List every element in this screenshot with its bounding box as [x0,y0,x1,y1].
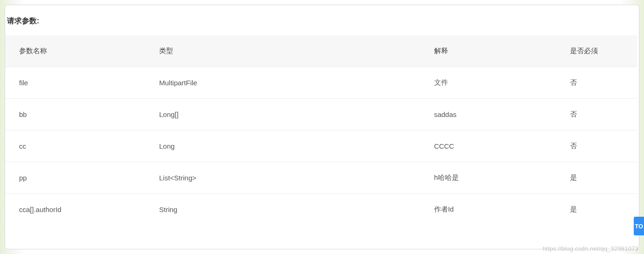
params-table-scroll[interactable]: 参数名称 类型 解释 是否必须 file MultipartFile 文件 否 … [5,35,637,245]
param-type: Long[] [151,99,426,130]
param-type: String [151,194,426,226]
col-header-type: 类型 [151,35,426,67]
param-desc: saddas [426,99,562,130]
param-type: Long [151,130,426,162]
side-badge-button[interactable]: TO [634,217,644,235]
col-header-required: 是否必须 [562,35,637,67]
side-badge-label: TO [635,223,643,230]
section-title: 请求参数: [5,16,639,35]
param-required: 否 [562,99,637,130]
table-row: file MultipartFile 文件 否 [5,67,637,99]
param-required: 是 [562,162,637,194]
param-desc: CCCC [426,130,562,162]
param-name: pp [5,162,151,194]
param-required: 否 [562,130,637,162]
table-header-row: 参数名称 类型 解释 是否必须 [5,35,637,67]
param-required: 是 [562,194,637,226]
col-header-desc: 解释 [426,35,562,67]
table-row: cca[].authorId String 作者Id 是 [5,194,637,226]
table-row: bb Long[] saddas 否 [5,99,637,130]
param-type: MultipartFile [151,67,426,99]
param-type: List<String> [151,162,426,194]
param-name: bb [5,99,151,130]
param-desc: 文件 [426,67,562,99]
param-name: file [5,67,151,99]
params-table: 参数名称 类型 解释 是否必须 file MultipartFile 文件 否 … [5,35,637,225]
param-required: 否 [562,67,637,99]
param-name: cca[].authorId [5,194,151,226]
param-desc: h哈哈是 [426,162,562,194]
table-row: cc Long CCCC 否 [5,130,637,162]
params-panel: 请求参数: 参数名称 类型 解释 是否必须 file MultipartFile… [5,5,639,249]
param-desc: 作者Id [426,194,562,226]
horizontal-scrollbar[interactable] [9,247,635,249]
table-row: pp List<String> h哈哈是 是 [5,162,637,194]
param-name: cc [5,130,151,162]
col-header-name: 参数名称 [5,35,151,67]
